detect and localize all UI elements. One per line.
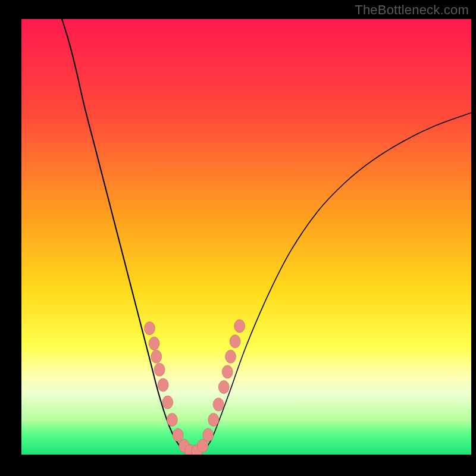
data-marker (230, 335, 240, 348)
data-marker (154, 363, 165, 376)
data-marker (144, 322, 155, 335)
data-marker (158, 378, 168, 392)
watermark-text: TheBottleneck.com (355, 2, 469, 18)
data-marker (234, 320, 245, 333)
data-marker (213, 398, 224, 411)
data-marker (222, 365, 233, 378)
chart-frame: TheBottleneck.com (0, 0, 476, 476)
chart-canvas (0, 0, 476, 476)
data-marker (162, 396, 173, 409)
data-marker (173, 428, 183, 441)
data-marker (167, 413, 177, 426)
data-marker (149, 337, 159, 350)
data-marker (208, 413, 219, 426)
data-marker (203, 428, 214, 441)
data-marker (226, 350, 236, 363)
data-marker (151, 350, 162, 363)
plot-background (21, 19, 471, 455)
data-marker (218, 381, 229, 394)
